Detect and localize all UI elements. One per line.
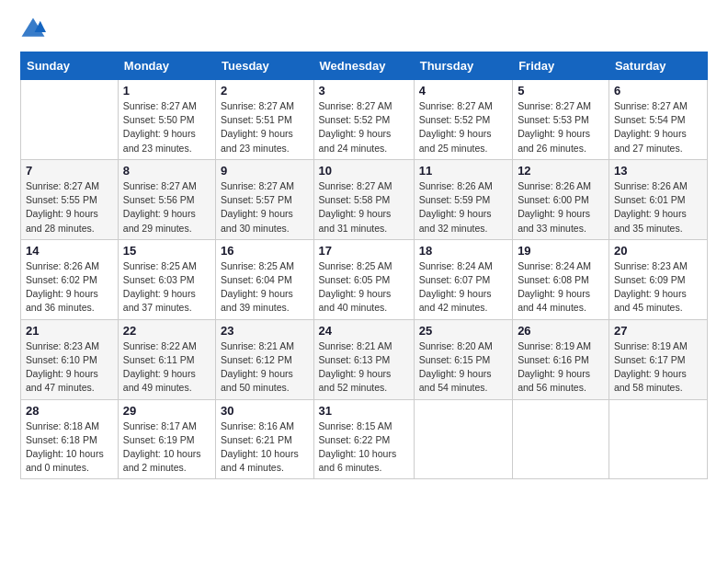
- day-info: Sunrise: 8:25 AM Sunset: 6:04 PM Dayligh…: [221, 259, 309, 316]
- day-cell: 7Sunrise: 8:27 AM Sunset: 5:55 PM Daylig…: [21, 159, 119, 239]
- day-cell: [21, 80, 119, 160]
- day-number: 6: [614, 84, 702, 98]
- day-number: 25: [419, 324, 507, 338]
- day-info: Sunrise: 8:27 AM Sunset: 5:56 PM Dayligh…: [123, 179, 210, 236]
- day-cell: 11Sunrise: 8:26 AM Sunset: 5:59 PM Dayli…: [414, 159, 512, 239]
- day-info: Sunrise: 8:16 AM Sunset: 6:21 PM Dayligh…: [221, 419, 309, 476]
- day-info: Sunrise: 8:27 AM Sunset: 5:55 PM Dayligh…: [26, 179, 113, 236]
- day-info: Sunrise: 8:27 AM Sunset: 5:52 PM Dayligh…: [319, 99, 409, 155]
- day-cell: 13Sunrise: 8:26 AM Sunset: 6:01 PM Dayli…: [609, 159, 707, 239]
- day-info: Sunrise: 8:20 AM Sunset: 6:15 PM Dayligh…: [419, 339, 507, 396]
- week-row-3: 14Sunrise: 8:26 AM Sunset: 6:02 PM Dayli…: [21, 239, 708, 319]
- weekday-header-friday: Friday: [513, 52, 609, 80]
- day-cell: 15Sunrise: 8:25 AM Sunset: 6:03 PM Dayli…: [118, 239, 215, 319]
- weekday-header-wednesday: Wednesday: [313, 52, 414, 80]
- day-info: Sunrise: 8:26 AM Sunset: 6:02 PM Dayligh…: [26, 259, 113, 316]
- day-number: 14: [26, 244, 113, 258]
- day-info: Sunrise: 8:24 AM Sunset: 6:08 PM Dayligh…: [518, 259, 604, 316]
- day-info: Sunrise: 8:21 AM Sunset: 6:13 PM Dayligh…: [319, 339, 409, 396]
- day-number: 5: [518, 84, 604, 98]
- week-row-4: 21Sunrise: 8:23 AM Sunset: 6:10 PM Dayli…: [21, 319, 708, 399]
- day-cell: 3Sunrise: 8:27 AM Sunset: 5:52 PM Daylig…: [313, 80, 414, 160]
- weekday-header-row: SundayMondayTuesdayWednesdayThursdayFrid…: [21, 52, 708, 80]
- day-cell: 20Sunrise: 8:23 AM Sunset: 6:09 PM Dayli…: [609, 239, 707, 319]
- day-cell: 14Sunrise: 8:26 AM Sunset: 6:02 PM Dayli…: [21, 239, 119, 319]
- day-info: Sunrise: 8:21 AM Sunset: 6:12 PM Dayligh…: [221, 339, 309, 396]
- day-number: 20: [614, 244, 702, 258]
- day-info: Sunrise: 8:27 AM Sunset: 5:50 PM Dayligh…: [123, 99, 210, 155]
- day-number: 24: [319, 324, 409, 338]
- day-info: Sunrise: 8:19 AM Sunset: 6:16 PM Dayligh…: [518, 339, 604, 396]
- day-number: 26: [518, 324, 604, 338]
- day-cell: 1Sunrise: 8:27 AM Sunset: 5:50 PM Daylig…: [118, 80, 215, 160]
- day-cell: 10Sunrise: 8:27 AM Sunset: 5:58 PM Dayli…: [313, 159, 414, 239]
- day-number: 27: [614, 324, 702, 338]
- day-cell: 16Sunrise: 8:25 AM Sunset: 6:04 PM Dayli…: [216, 239, 314, 319]
- day-number: 11: [419, 164, 507, 178]
- weekday-header-tuesday: Tuesday: [216, 52, 314, 80]
- weekday-header-thursday: Thursday: [414, 52, 512, 80]
- day-number: 15: [123, 244, 210, 258]
- calendar-table: SundayMondayTuesdayWednesdayThursdayFrid…: [20, 52, 708, 479]
- day-number: 19: [518, 244, 604, 258]
- day-number: 17: [319, 244, 409, 258]
- day-info: Sunrise: 8:23 AM Sunset: 6:10 PM Dayligh…: [26, 339, 113, 396]
- day-info: Sunrise: 8:15 AM Sunset: 6:22 PM Dayligh…: [319, 419, 409, 476]
- day-number: 22: [123, 324, 210, 338]
- day-cell: 4Sunrise: 8:27 AM Sunset: 5:52 PM Daylig…: [414, 80, 512, 160]
- day-number: 16: [221, 244, 309, 258]
- day-number: 3: [319, 84, 409, 98]
- day-info: Sunrise: 8:27 AM Sunset: 5:58 PM Dayligh…: [319, 179, 409, 236]
- day-number: 31: [319, 404, 409, 418]
- day-cell: 28Sunrise: 8:18 AM Sunset: 6:18 PM Dayli…: [21, 399, 119, 479]
- day-cell: 30Sunrise: 8:16 AM Sunset: 6:21 PM Dayli…: [216, 399, 314, 479]
- day-number: 7: [26, 164, 113, 178]
- day-number: 2: [221, 84, 309, 98]
- day-cell: 25Sunrise: 8:20 AM Sunset: 6:15 PM Dayli…: [414, 319, 512, 399]
- day-cell: 2Sunrise: 8:27 AM Sunset: 5:51 PM Daylig…: [216, 80, 314, 160]
- day-info: Sunrise: 8:27 AM Sunset: 5:54 PM Dayligh…: [614, 99, 702, 155]
- day-number: 18: [419, 244, 507, 258]
- header: [20, 17, 708, 42]
- day-number: 10: [319, 164, 409, 178]
- day-number: 29: [123, 404, 210, 418]
- day-info: Sunrise: 8:26 AM Sunset: 6:01 PM Dayligh…: [614, 179, 702, 236]
- day-info: Sunrise: 8:27 AM Sunset: 5:53 PM Dayligh…: [518, 99, 604, 155]
- day-cell: 24Sunrise: 8:21 AM Sunset: 6:13 PM Dayli…: [313, 319, 414, 399]
- day-number: 30: [221, 404, 309, 418]
- day-info: Sunrise: 8:25 AM Sunset: 6:03 PM Dayligh…: [123, 259, 210, 316]
- day-number: 23: [221, 324, 309, 338]
- day-cell: 31Sunrise: 8:15 AM Sunset: 6:22 PM Dayli…: [313, 399, 414, 479]
- day-cell: 18Sunrise: 8:24 AM Sunset: 6:07 PM Dayli…: [414, 239, 512, 319]
- day-cell: 29Sunrise: 8:17 AM Sunset: 6:19 PM Dayli…: [118, 399, 215, 479]
- day-info: Sunrise: 8:25 AM Sunset: 6:05 PM Dayligh…: [319, 259, 409, 316]
- day-info: Sunrise: 8:24 AM Sunset: 6:07 PM Dayligh…: [419, 259, 507, 316]
- day-info: Sunrise: 8:23 AM Sunset: 6:09 PM Dayligh…: [614, 259, 702, 316]
- weekday-header-saturday: Saturday: [609, 52, 707, 80]
- week-row-2: 7Sunrise: 8:27 AM Sunset: 5:55 PM Daylig…: [21, 159, 708, 239]
- day-info: Sunrise: 8:27 AM Sunset: 5:52 PM Dayligh…: [419, 99, 507, 155]
- day-cell: 12Sunrise: 8:26 AM Sunset: 6:00 PM Dayli…: [513, 159, 609, 239]
- logo-icon: [20, 17, 46, 42]
- day-info: Sunrise: 8:18 AM Sunset: 6:18 PM Dayligh…: [26, 419, 113, 476]
- day-number: 9: [221, 164, 309, 178]
- day-info: Sunrise: 8:19 AM Sunset: 6:17 PM Dayligh…: [614, 339, 702, 396]
- page: SundayMondayTuesdayWednesdayThursdayFrid…: [0, 0, 728, 563]
- day-number: 28: [26, 404, 113, 418]
- week-row-5: 28Sunrise: 8:18 AM Sunset: 6:18 PM Dayli…: [21, 399, 708, 479]
- day-cell: 5Sunrise: 8:27 AM Sunset: 5:53 PM Daylig…: [513, 80, 609, 160]
- day-info: Sunrise: 8:22 AM Sunset: 6:11 PM Dayligh…: [123, 339, 210, 396]
- day-cell: [609, 399, 707, 479]
- day-cell: 22Sunrise: 8:22 AM Sunset: 6:11 PM Dayli…: [118, 319, 215, 399]
- day-cell: 23Sunrise: 8:21 AM Sunset: 6:12 PM Dayli…: [216, 319, 314, 399]
- day-cell: [414, 399, 512, 479]
- day-number: 12: [518, 164, 604, 178]
- day-cell: 19Sunrise: 8:24 AM Sunset: 6:08 PM Dayli…: [513, 239, 609, 319]
- weekday-header-sunday: Sunday: [21, 52, 119, 80]
- day-cell: 27Sunrise: 8:19 AM Sunset: 6:17 PM Dayli…: [609, 319, 707, 399]
- day-cell: 17Sunrise: 8:25 AM Sunset: 6:05 PM Dayli…: [313, 239, 414, 319]
- day-info: Sunrise: 8:27 AM Sunset: 5:57 PM Dayligh…: [221, 179, 309, 236]
- day-number: 4: [419, 84, 507, 98]
- day-info: Sunrise: 8:26 AM Sunset: 6:00 PM Dayligh…: [518, 179, 604, 236]
- day-info: Sunrise: 8:26 AM Sunset: 5:59 PM Dayligh…: [419, 179, 507, 236]
